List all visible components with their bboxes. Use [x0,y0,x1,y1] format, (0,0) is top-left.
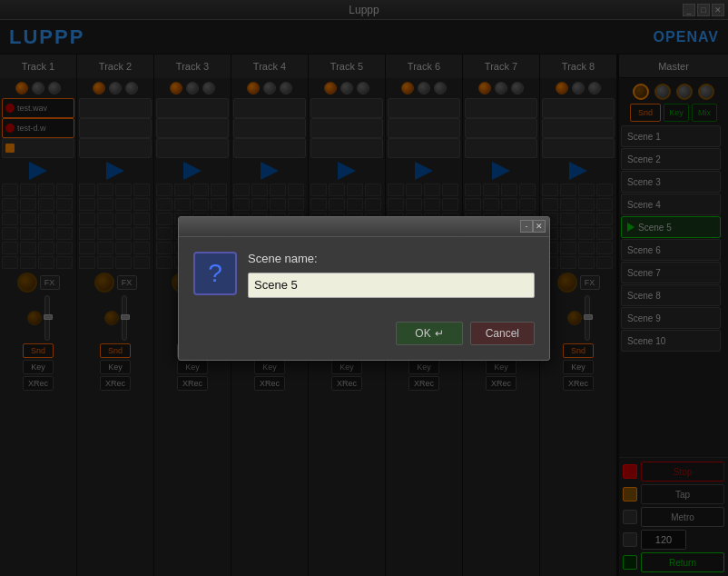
dialog-cancel-button[interactable]: Cancel [470,322,535,345]
dialog-minimize-button[interactable]: - [520,220,533,233]
dialog-titlebar: - ✕ [179,217,549,237]
dialog-icon: ? [193,252,237,295]
scene-name-input[interactable] [248,273,535,298]
scene-name-dialog: - ✕ ? Scene name: OK ↵ Cancel [178,216,550,361]
dialog-prompt-label: Scene name: [248,252,535,265]
dialog-body: ? Scene name: [179,237,549,313]
dialog-content: Scene name: [248,252,535,298]
dialog-ok-button[interactable]: OK ↵ [396,322,462,345]
dialog-close-button[interactable]: ✕ [533,220,546,233]
dialog-overlay: - ✕ ? Scene name: OK ↵ Cancel [0,0,728,576]
dialog-buttons: OK ↵ Cancel [179,313,549,360]
